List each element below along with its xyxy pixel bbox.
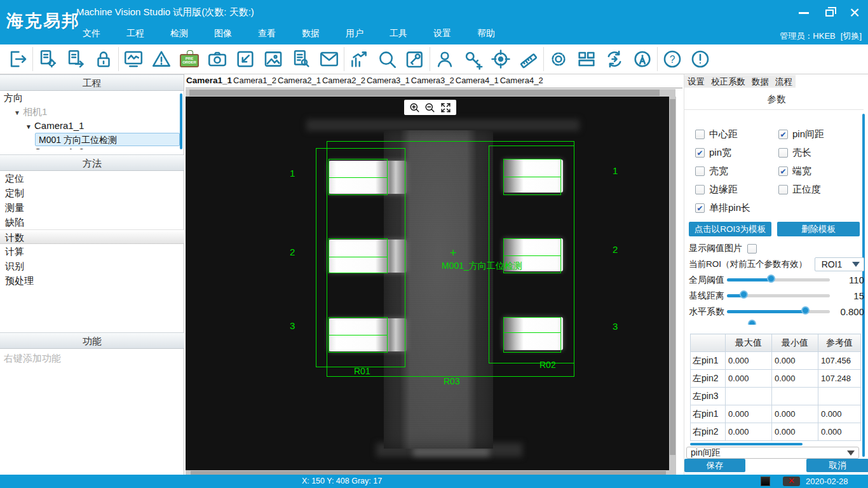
method-item-custom[interactable]: 定制: [0, 186, 184, 200]
image-top-scrollbar[interactable]: [186, 89, 675, 97]
method-item-count-selected[interactable]: 计数: [0, 229, 184, 244]
method-item-preprocess[interactable]: 预处理: [0, 273, 184, 288]
method-item-locate[interactable]: 定位: [0, 171, 184, 186]
method-item-measure[interactable]: 测量: [0, 200, 184, 215]
about-button[interactable]: [686, 46, 714, 72]
param-checkbox-8[interactable]: 单排pin长: [695, 199, 778, 217]
menu-project[interactable]: 工程: [126, 28, 144, 39]
param-checkbox-0[interactable]: 中心距: [695, 125, 778, 144]
menu-view[interactable]: 查看: [258, 28, 276, 39]
table-row[interactable]: 左pin2 0.000 0.000 107.248: [691, 370, 861, 388]
menu-user[interactable]: 用户: [346, 28, 363, 39]
tab-camera4-1[interactable]: Camera4_1: [455, 74, 499, 88]
slider-knob[interactable]: [767, 274, 775, 283]
image-canvas[interactable]: 1 2 3 1 2 3 + M001_方向工位检测 R01 R02 R03: [186, 97, 669, 470]
tree-item-camera-group[interactable]: ▼相机1: [0, 105, 184, 119]
global-threshold-slider[interactable]: [727, 278, 830, 281]
param-checkbox-3[interactable]: 壳长: [778, 144, 859, 162]
tab-settings[interactable]: 设置: [684, 75, 708, 88]
threshold-image-checkbox[interactable]: [747, 244, 757, 254]
status-square-icon[interactable]: [761, 477, 770, 486]
lock-button[interactable]: [90, 46, 118, 72]
delete-template-button[interactable]: 删除模板: [777, 222, 860, 236]
menu-data[interactable]: 数据: [302, 28, 320, 39]
method-item-defect[interactable]: 缺陷: [0, 215, 184, 229]
search-button[interactable]: [373, 46, 401, 72]
tab-camera2-2[interactable]: Camera2_2: [322, 74, 366, 88]
cancel-button[interactable]: 取消: [806, 459, 868, 472]
tree-item-camera1-1[interactable]: ▼Camera1_1: [0, 119, 184, 133]
param-checkbox-7[interactable]: 正位度: [778, 180, 859, 199]
import-chart-button[interactable]: [231, 46, 259, 72]
tab-camera1-1[interactable]: Camera1_1: [186, 74, 233, 88]
status-error-icon[interactable]: ✕: [783, 477, 800, 486]
menu-file[interactable]: 文件: [83, 28, 100, 39]
restore-button[interactable]: [821, 5, 837, 20]
tab-flow[interactable]: 流程: [772, 75, 796, 88]
camera-capture-button[interactable]: [203, 46, 231, 72]
clipped-slider[interactable]: [740, 320, 766, 325]
horizontal-coefficient-slider[interactable]: [727, 310, 830, 313]
baseline-distance-slider[interactable]: [727, 294, 830, 297]
table-horizontal-scrollbar[interactable]: [690, 443, 803, 445]
menu-help[interactable]: 帮助: [477, 28, 495, 39]
table-row[interactable]: 左pin1 0.000 0.000 107.456: [691, 352, 861, 370]
broadcast-button[interactable]: [628, 46, 656, 72]
save-button[interactable]: 保存: [684, 459, 745, 472]
tab-calibration[interactable]: 校正系数: [708, 75, 749, 88]
monitor-button[interactable]: [119, 46, 147, 72]
tab-data[interactable]: 数据: [749, 75, 772, 88]
param-checkbox-4[interactable]: 壳宽: [695, 162, 778, 180]
slider-knob[interactable]: [740, 290, 748, 299]
tree-item-clipped[interactable]: ▶Camera1_2: [0, 146, 184, 149]
tree-item-m001-selected[interactable]: M001 方向工位检测: [35, 133, 180, 146]
sync-button[interactable]: [600, 46, 628, 72]
table-row[interactable]: 右pin1 0.000 0.000 0.000: [691, 405, 861, 423]
scrollbar-thumb[interactable]: [189, 90, 660, 96]
ruler-measure-button[interactable]: [515, 46, 543, 72]
table-row[interactable]: 右pin2 0.000 0.000 0.000: [691, 423, 861, 441]
tab-camera3-1[interactable]: Camera3_1: [366, 74, 410, 88]
method-item-recognize[interactable]: 识别: [0, 259, 184, 273]
project-settings-button[interactable]: [34, 46, 62, 72]
param-checkbox-6[interactable]: 边缘距: [695, 180, 778, 199]
tab-camera3-2[interactable]: Camera3_2: [410, 74, 455, 88]
param-checkbox-2[interactable]: pin宽: [695, 144, 778, 162]
menu-image[interactable]: 图像: [214, 28, 232, 39]
target-calibrate-button[interactable]: [487, 46, 515, 72]
param-checkbox-5[interactable]: 端宽: [778, 162, 859, 180]
scrollbar-thumb[interactable]: [670, 99, 675, 455]
method-item-calculate[interactable]: 计算: [0, 244, 184, 259]
fit-screen-icon[interactable]: [440, 102, 452, 114]
menu-tools[interactable]: 工具: [390, 28, 407, 39]
param-checkbox-1[interactable]: pin间距: [778, 125, 859, 144]
warning-button[interactable]: [147, 46, 175, 72]
mail-button[interactable]: [315, 46, 343, 72]
close-button[interactable]: ×: [846, 5, 863, 20]
switch-user-link[interactable]: [切换]: [841, 30, 862, 42]
tab-camera4-2[interactable]: Camera4_2: [499, 74, 544, 88]
slider-knob[interactable]: [801, 306, 810, 315]
key-permission-button[interactable]: [459, 46, 487, 72]
tree-item-direction[interactable]: 方向: [0, 91, 184, 105]
menu-detect[interactable]: 检测: [170, 28, 188, 39]
menu-settings[interactable]: 设置: [433, 28, 451, 39]
user-button[interactable]: [431, 46, 459, 72]
zoom-in-icon[interactable]: [409, 102, 421, 114]
layout-button[interactable]: [573, 46, 600, 72]
set-roi3-template-button[interactable]: 点击以ROI3为模板: [689, 222, 771, 236]
export-project-button[interactable]: [62, 46, 90, 72]
help-button[interactable]: ?: [658, 46, 686, 72]
document-search-button[interactable]: [287, 46, 315, 72]
tab-camera1-2[interactable]: Camera1_2: [233, 74, 277, 88]
pre-order-button[interactable]: PRE ORDER: [175, 46, 203, 72]
toolbox-button[interactable]: [401, 46, 429, 72]
zoom-out-icon[interactable]: [424, 102, 436, 114]
current-roi-dropdown[interactable]: ROI1: [815, 257, 864, 271]
table-row[interactable]: 左pin3: [691, 388, 861, 405]
image-library-button[interactable]: [259, 46, 287, 72]
result-type-dropdown[interactable]: pin间距: [686, 447, 859, 459]
exit-button[interactable]: [4, 46, 32, 72]
minimize-button[interactable]: [796, 5, 812, 20]
statistics-button[interactable]: [345, 46, 373, 72]
